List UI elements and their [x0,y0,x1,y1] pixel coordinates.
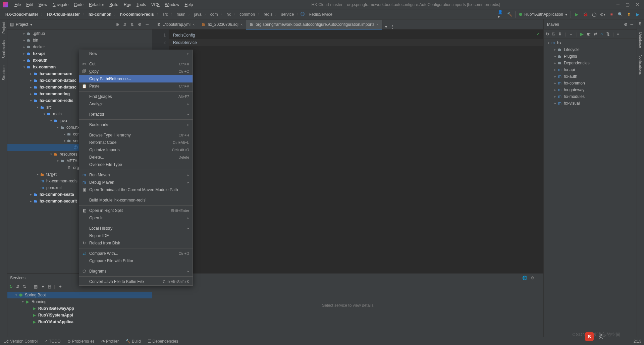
ctx-bookmarks[interactable]: Bookmarks▸ [79,121,193,128]
toggle-icon[interactable]: ⇄ [594,32,597,37]
tab-bootstrap[interactable]: 🗎..\bootstrap.yml× [154,20,198,29]
ctx-debug-maven[interactable]: mDebug Maven▸ [79,179,193,186]
filter-icon[interactable]: ▼ [41,284,45,289]
ctx-compare-editor[interactable]: Compare File with Editor [79,257,193,265]
settings-icon[interactable]: ⚙ [137,21,143,27]
ctx-repair-ide[interactable]: Repair IDE [79,232,193,239]
ctx-find-usages[interactable]: Find UsagesAlt+F7 [79,93,193,100]
menu-run[interactable]: Run [121,1,133,8]
ctx-paste[interactable]: 📋PasteCtrl+V [79,82,193,90]
select-opened-icon[interactable]: ⊕ [115,21,120,27]
tab-vcs[interactable]: ⎇ Version Control [3,338,39,344]
reload-icon[interactable]: ↻ [546,32,549,37]
search-icon[interactable]: 🔍 [617,11,623,17]
layout-icon[interactable]: ⌸ [48,284,51,289]
rerun-icon[interactable]: ↻ [9,284,13,289]
collapse-icon[interactable]: ⇅ [606,32,610,37]
ime-icon[interactable]: S [585,332,594,341]
menu-edit[interactable]: Edit [24,1,36,8]
ctx-run-maven[interactable]: mRun Maven▸ [79,171,193,179]
ctx-reformat[interactable]: Reformat CodeCtrl+Alt+L [79,139,193,146]
mv-node[interactable]: ▸mhx-gateway [544,87,637,93]
generate-icon[interactable]: ⎘ [552,32,555,37]
earth-icon[interactable]: 🌐 [522,276,527,280]
editor[interactable]: 12 RedisConfig RedisService ✓ [152,30,543,273]
ctx-copy[interactable]: 🗐CopyCtrl+C [79,68,193,75]
mv-node[interactable]: ▸mhx-api [544,66,637,73]
ctx-refactor[interactable]: Refactor▸ [79,111,193,118]
tree-node[interactable]: ▸🖿docker [7,44,152,50]
menu-file[interactable]: File [12,1,23,8]
build-icon[interactable]: 🔨 [506,11,513,17]
crumb[interactable]: HX-Cloud-master [3,11,40,17]
tab-close-icon[interactable]: × [193,22,195,26]
menu-tools[interactable]: Tools [134,1,148,8]
tool-structure[interactable]: Structure [2,65,6,80]
tool-bookmarks[interactable]: Bookmarks [2,40,6,59]
crumb[interactable]: src [161,11,170,17]
ctx-new[interactable]: New▸ [79,50,193,57]
crumb[interactable]: service [279,11,296,17]
run-config-selector[interactable]: ⬢ RuoYiAuthApplication ▾ [515,11,571,18]
ctx-diagrams[interactable]: ⬡Diagrams▸ [79,268,193,275]
tool-maven[interactable]: m [639,22,643,25]
tab-autoconfig[interactable]: 🗎org.springframework.boot.autoconfigure.… [246,20,382,29]
group-icon[interactable]: ▦ [34,284,38,289]
gear-icon[interactable]: ⚙ [624,22,628,27]
crumb[interactable]: com [208,11,220,17]
ctx-compare-with[interactable]: ⇄Compare With...Ctrl+D [79,250,193,257]
collapse-icon[interactable]: ⇅ [23,284,26,289]
ctx-reload-disk[interactable]: ↻Reload from Disk [79,239,193,247]
profile-icon[interactable]: ⊙▾ [600,11,606,17]
close-icon[interactable]: ✕ [636,2,639,7]
menu-vcs[interactable]: VCS [149,1,162,8]
crumb[interactable]: HX-Cloud-master [45,11,82,17]
user-icon[interactable]: 👤▾ [498,11,504,17]
ctx-copy-path[interactable]: Copy Path/Reference... [79,75,193,82]
tab-sql[interactable]: 🗎hx_20230706.sql× [198,20,246,29]
ctx-convert-kotlin[interactable]: Convert Java File to Kotlin FileCtrl+Alt… [79,278,193,285]
debug-icon[interactable]: 🐞 [582,11,588,17]
menu-view[interactable]: View [36,1,50,8]
tab-close-icon[interactable]: × [240,22,243,26]
tab-build[interactable]: 🔨 Build [124,338,142,344]
stop-icon[interactable]: ■ [608,11,614,17]
download-icon[interactable]: ⬇ [558,32,562,37]
ctx-open-in[interactable]: Open In▸ [79,214,193,222]
caret-position[interactable]: 2:13 [634,339,641,344]
chevron-down-icon[interactable]: ▾ [30,22,32,27]
menu-window[interactable]: Window [163,1,182,8]
ctx-open-terminal[interactable]: ▣Open Terminal at the Current Maven Modu… [79,186,193,193]
gear-icon[interactable]: ⚙ [531,276,534,280]
ctx-override-filetype[interactable]: Override File Type [79,161,193,168]
ctx-open-right-split[interactable]: ◧Open in Right SplitShift+Enter [79,207,193,214]
svc-app[interactable]: ▶RuoYiAuthApplica [7,319,152,325]
tab-problems[interactable]: ⊘ Problemses [66,338,96,344]
more-icon[interactable]: » [617,32,619,37]
tab-more-icon[interactable]: ⋮ [390,24,394,29]
maximize-icon[interactable]: ▢ [626,2,630,7]
tool-notifications[interactable]: Notifications [639,55,643,75]
code-area[interactable]: RedisConfig RedisService [169,30,543,273]
tab-close-icon[interactable]: × [377,22,379,26]
mv-node[interactable]: ▸mhx-auth [544,73,637,80]
mv-node[interactable]: ▸🖿Lifecycle [544,46,637,53]
ime-lang[interactable]: 英 [599,334,603,340]
tab-dropdown-icon[interactable]: ▾ [385,24,387,29]
hide-icon[interactable]: ─ [145,21,150,27]
tab-todo[interactable]: ✓ TODO [43,338,62,344]
tab-profiler[interactable]: ◔ Profiler [100,338,120,344]
mv-node[interactable]: ▸mhx-visual [544,100,637,107]
menu-code[interactable]: Code [71,1,86,8]
menu-refactor[interactable]: Refactor [87,1,106,8]
crumb[interactable]: main [175,11,187,17]
hide-icon[interactable]: ─ [538,276,541,280]
tree-node[interactable]: ▸🖿bin [7,37,152,44]
hide-icon[interactable]: ─ [630,22,633,27]
mv-node[interactable]: ▸mhx-modules [544,93,637,100]
menu-help[interactable]: Help [182,1,195,8]
offline-icon[interactable]: ○ [600,32,603,37]
ctx-local-history[interactable]: Local History▸ [79,225,193,232]
ctx-cut[interactable]: ✂CutCtrl+X [79,60,193,68]
tool-database[interactable]: Database [639,32,643,48]
